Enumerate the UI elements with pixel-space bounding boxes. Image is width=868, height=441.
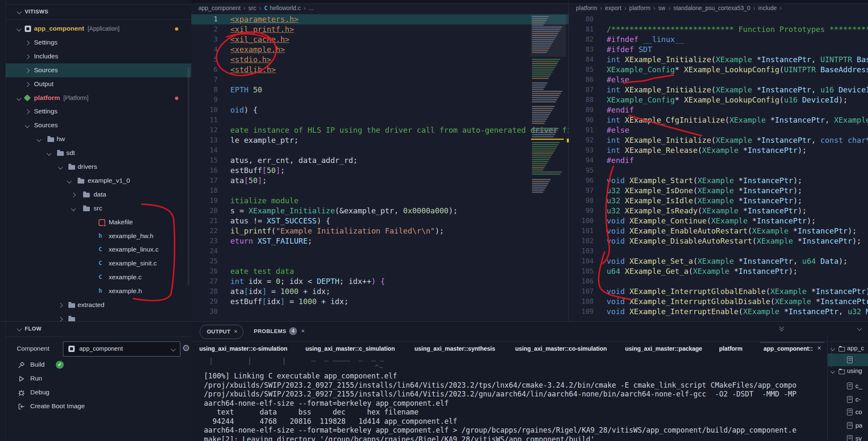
tree-item-hw[interactable]: hw bbox=[5, 132, 191, 146]
breadcrumb-item[interactable]: standalone_psu_cortexa53_0 bbox=[673, 5, 751, 11]
breadcrumb-item[interactable]: export bbox=[605, 5, 621, 11]
build-console[interactable]: | | |— – ———— – — –^~[100%] Linking C ex… bbox=[191, 356, 827, 441]
chevron-down-icon[interactable] bbox=[47, 151, 51, 155]
folder-icon bbox=[47, 137, 54, 142]
chevron-right-icon[interactable] bbox=[58, 303, 63, 307]
component-select[interactable]: app_component bbox=[63, 341, 180, 357]
gear-icon[interactable]: ⚙ bbox=[182, 343, 190, 353]
chevron-down-icon[interactable] bbox=[25, 123, 29, 128]
tree-item-xexample-hw-h[interactable]: hxexample_hw.h bbox=[5, 229, 191, 243]
chip-icon bbox=[68, 346, 75, 352]
editor-tabstrip-clipped bbox=[569, 0, 868, 4]
line-number: 90 bbox=[569, 115, 594, 125]
console-tab-using-axi-master-c-simulation[interactable]: using_axi_master::c_simulation bbox=[305, 342, 395, 356]
tree-item-app-component[interactable]: app_component[Application] bbox=[5, 22, 191, 36]
tree-item-clipped[interactable] bbox=[5, 312, 191, 321]
editor-xexample-header[interactable]: platform›export›platform›sw›standalone_p… bbox=[569, 0, 868, 321]
chevron-down-icon[interactable] bbox=[16, 96, 21, 100]
tree-item-label: sdt bbox=[66, 149, 75, 157]
breadcrumb-item[interactable]: platform bbox=[629, 5, 651, 11]
console-tab-using-axi-master-c-simulation[interactable]: using_axi_master::c-simulation bbox=[199, 342, 287, 356]
chevron-down-icon[interactable] bbox=[67, 178, 71, 183]
tab-problems[interactable]: PROBLEMS 4 × bbox=[254, 325, 308, 338]
chevron-down-icon[interactable] bbox=[58, 165, 63, 169]
breadcrumb-item[interactable]: src bbox=[248, 5, 256, 11]
breadcrumb-separator: › bbox=[668, 5, 670, 11]
breadcrumb-item[interactable]: helloworld.c bbox=[270, 5, 301, 11]
report-item-using[interactable]: using bbox=[828, 365, 868, 377]
breadcrumb-item[interactable]: ... bbox=[308, 5, 313, 11]
tab-output[interactable]: OUTPUT × bbox=[200, 325, 243, 339]
flow-create-boot-image-button[interactable]: Create Boot Image bbox=[15, 400, 166, 414]
console-tab-app-component-[interactable]: app_component:: bbox=[764, 342, 813, 356]
tree-item-src[interactable]: src bbox=[5, 202, 191, 215]
breadcrumb-item[interactable]: app_component bbox=[198, 5, 240, 11]
tree-item-includes[interactable]: Includes bbox=[5, 50, 191, 63]
chevron-right-icon[interactable] bbox=[25, 54, 29, 59]
chevron-right-icon[interactable] bbox=[58, 317, 63, 321]
chevron-down-icon[interactable] bbox=[830, 369, 835, 373]
flow-item-label: Create Boot Image bbox=[30, 402, 85, 410]
flow-run-button[interactable]: Run bbox=[15, 372, 166, 386]
report-item-pa[interactable]: pa bbox=[828, 419, 868, 432]
chevron-down-icon[interactable] bbox=[36, 137, 41, 142]
breadcrumb[interactable]: platform›export›platform›sw›standalone_p… bbox=[576, 5, 785, 14]
tree-item-example-v1-0[interactable]: example_v1_0 bbox=[5, 174, 191, 188]
chevron-right-icon[interactable] bbox=[71, 192, 76, 197]
tree-item-xexample-h[interactable]: hxexample.h bbox=[5, 284, 191, 298]
problems-count-badge: 4 bbox=[289, 327, 297, 335]
tree-item-sdt[interactable]: sdt bbox=[5, 146, 191, 160]
chevron-right-icon[interactable] bbox=[25, 40, 29, 45]
tree-item-output[interactable]: Output bbox=[5, 77, 191, 91]
close-icon[interactable]: × bbox=[234, 328, 237, 335]
flow-debug-button[interactable]: Debug bbox=[15, 386, 166, 400]
breadcrumb-item[interactable]: platform bbox=[576, 5, 597, 11]
tree-item-label: platform[Platform] bbox=[34, 94, 89, 102]
sidebar-scrollbar[interactable] bbox=[188, 67, 190, 286]
editor-helloworld[interactable]: app_component›src›Chelloworld.c›... 1<xp… bbox=[191, 0, 569, 321]
report-item-co[interactable]: co bbox=[828, 406, 868, 418]
console-line: make[2]: Leaving directory '/group/bcapp… bbox=[204, 435, 594, 441]
tree-item-xexample-sinit-c[interactable]: Cxexample_sinit.c bbox=[5, 257, 191, 270]
minimap[interactable] bbox=[531, 13, 566, 197]
console-tab-using-axi-master-package[interactable]: using_axi_master::package bbox=[625, 342, 702, 356]
chevron-down-icon[interactable] bbox=[16, 26, 21, 31]
breadcrumb[interactable]: app_component›src›Chelloworld.c›... bbox=[198, 5, 313, 14]
chevron-right-icon[interactable] bbox=[25, 68, 29, 73]
breadcrumb-item[interactable]: sw bbox=[658, 5, 665, 11]
c-file-icon: C bbox=[99, 246, 102, 252]
breadcrumb-item[interactable]: include bbox=[758, 5, 777, 11]
tree-item-extracted[interactable]: extracted bbox=[5, 298, 191, 312]
report-item-label: c_ bbox=[855, 382, 862, 389]
tree-item-settings[interactable]: Settings bbox=[5, 36, 191, 50]
code-area-xexample[interactable]: 8081/*************************** Functio… bbox=[569, 14, 868, 321]
console-tab-using-axi-master-synthesis[interactable]: using_axi_master::synthesis bbox=[414, 342, 495, 356]
tree-item-drivers[interactable]: drivers bbox=[5, 160, 191, 174]
report-item-c-[interactable]: c- bbox=[828, 393, 868, 406]
tree-item-sources[interactable]: Sources bbox=[5, 118, 191, 132]
report-item-label: co bbox=[855, 408, 862, 415]
chevron-down-icon[interactable] bbox=[71, 206, 76, 211]
code-line-90: 90int XExample_CfgInitialize(XExample *I… bbox=[569, 115, 868, 125]
report-item-sy[interactable]: sy bbox=[828, 432, 868, 441]
chevron-right-icon[interactable] bbox=[25, 110, 29, 114]
console-tab-platform[interactable]: platform bbox=[719, 342, 743, 356]
report-item-c_[interactable]: c_ bbox=[828, 380, 868, 392]
tree-item-settings[interactable]: Settings bbox=[5, 105, 191, 118]
tree-item-xexample-linux-c[interactable]: Cxexample_linux.c bbox=[5, 243, 191, 257]
tree-item-data[interactable]: data bbox=[5, 188, 191, 202]
tree-item-platform[interactable]: platform[Platform] bbox=[5, 91, 191, 105]
tree-item-makefile[interactable]: Makefile bbox=[5, 215, 191, 229]
close-icon[interactable]: × bbox=[301, 328, 305, 334]
chevron-right-icon[interactable] bbox=[25, 82, 29, 87]
flow-header[interactable]: FLOW bbox=[5, 322, 191, 337]
h-file-icon: h bbox=[99, 287, 102, 294]
console-tab-using-axi-master-co-simulation[interactable]: using_axi_master::co-simulation bbox=[515, 342, 607, 356]
tree-item-xexample-c[interactable]: Cxexample.c bbox=[5, 270, 191, 284]
code-area-helloworld[interactable]: 1<xparameters.h>2<xil_printf.h>3<xil_cac… bbox=[191, 14, 568, 321]
flow-build-button[interactable]: Build✓ bbox=[15, 358, 166, 372]
tree-item-sources[interactable]: Sources bbox=[5, 63, 191, 77]
report-item-app_c[interactable]: app_c bbox=[828, 342, 868, 354]
close-icon[interactable]: × bbox=[817, 344, 821, 352]
play-icon bbox=[18, 375, 25, 383]
